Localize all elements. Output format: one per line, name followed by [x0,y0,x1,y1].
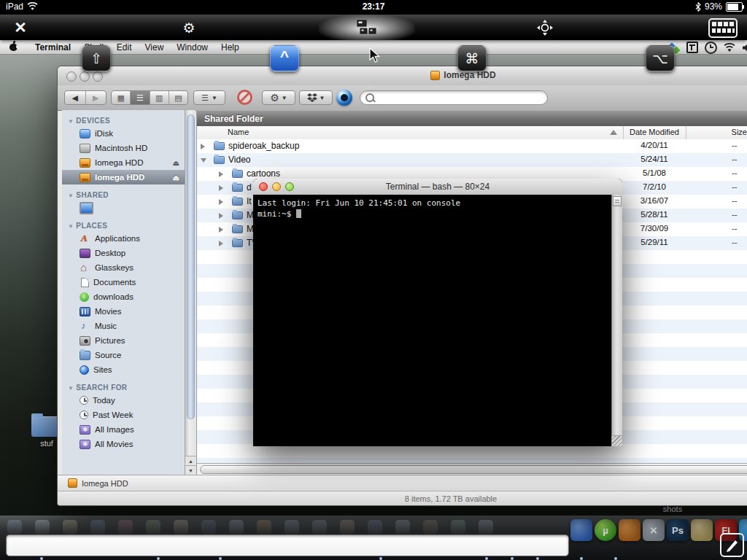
terminal-scroll-thumb[interactable] [613,196,622,206]
dock-icon[interactable] [312,520,327,534]
remote-text-input-bar[interactable] [6,534,569,556]
dock-icon[interactable] [340,520,355,534]
disclosure-triangle-icon[interactable] [219,227,223,233]
dock-icon[interactable] [285,520,299,534]
action-menu-button[interactable]: ⚙▼ [262,90,295,105]
sidebar-section-search-for[interactable]: ▼SEARCH FOR [68,384,185,392]
disclosure-triangle-icon[interactable] [219,241,223,246]
sidebar-scrollbar[interactable]: ▲ ▼ [185,110,196,475]
search-field[interactable] [360,90,548,105]
volume-menu-icon[interactable] [742,43,747,52]
path-item[interactable]: Iomega HDD [82,479,128,488]
list-view-button[interactable]: ☰ [131,91,150,104]
dock-icon-paint[interactable] [619,519,640,541]
menu-terminal[interactable]: Terminal [28,41,77,54]
sidebar-section-places[interactable]: ▼PLACES [68,222,185,230]
dock-icon-transmit[interactable] [570,519,592,541]
sidebar-item-iomega-hdd[interactable]: Iomega HDD⏏ [62,155,185,170]
sidebar-item-glasskeys[interactable]: Glasskeys [62,260,185,275]
disclosure-triangle-icon[interactable] [219,171,223,177]
disclosure-triangle-icon[interactable] [219,199,223,205]
column-header-size[interactable]: Size [700,128,747,136]
dock-icon-x11[interactable]: ✕ [643,519,665,541]
control-key-button[interactable]: ^ [270,45,299,71]
settings-gear-button[interactable]: ⚙ [177,17,201,39]
time-machine-menu-icon[interactable] [705,42,717,54]
finder-row[interactable]: Video5/24/11-- [197,153,747,167]
forward-button[interactable]: ▶ [86,91,107,104]
sidebar-item-macintosh-hd[interactable]: Macintosh HD [62,141,185,155]
option-key-button[interactable]: ⌥ [646,45,675,71]
column-header-date-modified[interactable]: Date Modified [624,128,684,136]
finder-title-bar[interactable]: Iomega HDD [58,66,747,86]
dock-icon[interactable] [146,520,160,534]
coverflow-view-button[interactable]: ▤ [169,91,187,104]
menu-help[interactable]: Help [214,41,246,54]
no-access-icon[interactable] [237,90,252,105]
dock-icon-utorrent[interactable]: µ [595,519,616,541]
dock-icon[interactable] [7,520,22,534]
sidebar-section-shared[interactable]: ▼SHARED [68,191,185,199]
sidebar-section-devices[interactable]: ▼DEVICES [68,117,185,125]
menu-view[interactable]: View [139,41,171,54]
dock-icon[interactable] [35,520,50,534]
dock-icon-pictures[interactable] [691,519,713,541]
eject-icon[interactable]: ⏏ [173,174,179,182]
dock-icon[interactable] [479,520,493,534]
sidebar-scroll-thumb[interactable] [187,114,195,419]
input-source-menu-icon[interactable] [686,42,698,53]
horizontal-scroll-thumb[interactable] [200,465,747,474]
minimize-window-button[interactable] [80,71,90,82]
terminal-scrollbar[interactable] [611,195,622,446]
apple-menu-icon[interactable] [9,42,18,52]
dock-icon[interactable] [423,520,438,534]
dock-icon[interactable] [118,520,133,534]
pan-tool-button[interactable] [533,17,557,39]
dock-icon[interactable] [368,520,382,534]
dock-icon[interactable] [63,520,77,534]
sidebar-item-pictures[interactable]: Pictures [62,333,185,348]
sidebar-item-desktop[interactable]: Desktop [62,246,185,260]
compose-keyboard-button[interactable] [720,533,744,557]
eject-icon[interactable]: ⏏ [173,159,179,167]
sidebar-item-iomega-hdd[interactable]: Iomega HDD⏏ [62,170,185,184]
terminal-content[interactable]: Last login: Fri Jun 10 21:45:01 on conso… [253,195,622,446]
disclosure-triangle-icon[interactable] [201,144,205,149]
icon-view-button[interactable]: ▦ [112,91,131,104]
disclosure-triangle-icon[interactable] [201,158,206,163]
sidebar-item-music[interactable]: Music [62,319,185,333]
menu-edit[interactable]: Edit [110,41,139,54]
dock-icon[interactable] [174,520,188,534]
sidebar-item-idisk[interactable]: iDisk [62,126,185,141]
scroll-down-arrow[interactable]: ▼ [185,465,196,475]
close-session-button[interactable]: ✕ [9,17,32,39]
sidebar-item-source[interactable]: Source [62,348,185,362]
scroll-up-arrow[interactable]: ▲ [185,456,196,465]
dropbox-menu-button[interactable]: ▼ [299,90,333,105]
sidebar-item-today[interactable]: Today [62,393,185,408]
wifi-menu-icon[interactable] [724,43,735,52]
dock-icon[interactable] [90,520,105,534]
sidebar-item-downloads[interactable]: downloads [62,289,185,304]
sidebar-item-movies[interactable]: Movies [62,304,185,319]
sidebar-item-past-week[interactable]: Past Week [62,408,185,422]
terminal-title-bar[interactable]: Terminal — bash — 80×24 [253,179,622,195]
back-button[interactable]: ◀ [65,91,86,104]
disclosure-triangle-icon[interactable] [219,213,223,219]
dock-icon[interactable] [257,520,271,534]
menu-window[interactable]: Window [170,41,214,54]
keyboard-toggle-button[interactable] [707,17,739,39]
dock-icon[interactable] [395,520,410,534]
column-header-name[interactable]: Name [228,128,249,136]
blue-orb-button[interactable] [336,90,352,106]
dock-icon[interactable] [229,520,244,534]
close-window-button[interactable] [66,71,77,82]
horizontal-scrollbar[interactable] [196,463,747,475]
dock-icon[interactable] [451,520,465,534]
dock-icon[interactable] [201,520,216,534]
shift-key-button[interactable]: ⇧ [82,45,111,71]
sidebar-item-applications[interactable]: Applications [62,231,185,246]
command-key-button[interactable]: ⌘ [457,45,487,71]
sidebar-item-all-images[interactable]: All Images [62,422,185,437]
sidebar-item-all-movies[interactable]: All Movies [62,437,185,451]
